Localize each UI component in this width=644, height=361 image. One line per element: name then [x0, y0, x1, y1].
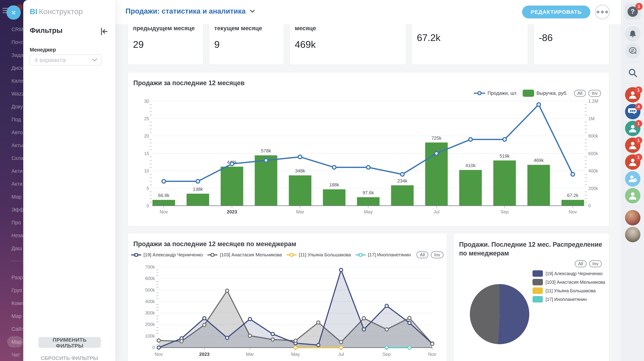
legend-pill-all[interactable]: All	[416, 251, 428, 258]
sales-point[interactable]	[434, 152, 438, 155]
user-photo-avatar[interactable]	[625, 210, 640, 225]
sidebar-item-Акти[interactable]: Акти	[0, 165, 23, 177]
more-options-icon[interactable]	[595, 5, 610, 19]
rail-item-avatar-person[interactable]: 1	[625, 87, 640, 102]
manager-point[interactable]	[408, 321, 411, 325]
rail-item-search[interactable]	[625, 65, 640, 80]
manager-point[interactable]	[180, 340, 183, 343]
sidebar-item-Груп[interactable]: Груп	[0, 284, 23, 297]
sales-point[interactable]	[332, 166, 336, 169]
sidebar-item-Сайт[interactable]: Сайт	[0, 323, 23, 336]
legend-pill-inv[interactable]: Inv	[431, 251, 444, 258]
manager-point[interactable]	[362, 317, 366, 320]
revenue-bar[interactable]	[528, 165, 550, 206]
sidebar-item-Под[interactable]: Под	[0, 113, 23, 126]
revenue-bar[interactable]	[289, 175, 312, 206]
sidebar-item-Эфф[interactable]: Эфф	[0, 203, 23, 216]
sidebar-item-Мар[interactable]: Мар	[0, 310, 23, 323]
manager-point[interactable]	[385, 304, 388, 308]
sidebar-item-Скла[interactable]: Скла	[0, 152, 23, 165]
sidebar-item-Wazz[interactable]: Wazz	[0, 87, 23, 100]
revenue-bar[interactable]	[493, 160, 516, 206]
sidebar-item-CRM[interactable]: CRM	[0, 23, 23, 36]
sidebar-item-Зада[interactable]: Зада	[0, 49, 23, 61]
sidebar-item-Акти[interactable]: Акти	[0, 177, 23, 190]
sales-point[interactable]	[162, 180, 166, 183]
legend-item-manager[interactable]: [17] Инопланетянин	[356, 252, 411, 258]
rail-item-photo-woman[interactable]	[625, 210, 640, 225]
pie-slice[interactable]	[498, 284, 529, 344]
legend-item-manager[interactable]: [19] Александр Черниченко	[131, 252, 203, 258]
sidebar-item-Кале[interactable]: Кале	[0, 74, 23, 87]
rail-item-help[interactable]: ?1	[625, 3, 641, 20]
manager-point[interactable]	[271, 338, 274, 341]
sidebar-item-Чат[interactable]: Чат	[0, 348, 23, 361]
sales-point[interactable]	[503, 138, 506, 141]
revenue-bar[interactable]	[186, 194, 209, 206]
sidebar-item-Почт[interactable]: Почт	[0, 36, 23, 49]
manager-point[interactable]	[248, 334, 252, 337]
manager-point[interactable]	[271, 332, 274, 336]
legend-item-manager[interactable]: [11] Ульяна Большакова	[286, 252, 351, 258]
dashboard-title-dropdown[interactable]: Продажи: статистика и аналитика	[126, 7, 255, 15]
apply-filters-button[interactable]: ПРИМЕНИТЬ ФИЛЬТРЫ	[38, 337, 101, 348]
manager-point[interactable]	[340, 268, 343, 272]
sidebar-item-Неза[interactable]: Неза	[0, 229, 23, 242]
manager-point[interactable]	[385, 328, 388, 331]
sales-point[interactable]	[366, 166, 370, 169]
sidebar-item-Мар[interactable]: Мар	[7, 336, 23, 348]
rail-item-avatar-clock[interactable]	[625, 171, 640, 187]
pie-slice[interactable]	[470, 284, 500, 344]
revenue-bar[interactable]	[221, 167, 243, 206]
manager-point[interactable]	[203, 317, 206, 320]
revenue-bar[interactable]	[459, 170, 482, 206]
sidebar-item-Авто[interactable]: Авто	[0, 126, 23, 139]
app-logo[interactable]: BIКонструктор	[30, 7, 83, 16]
manager-point[interactable]	[203, 323, 206, 327]
revenue-bar[interactable]	[152, 200, 175, 206]
sidebar-item-Разр[interactable]: Разр	[0, 271, 23, 284]
chat-history-icon[interactable]	[625, 43, 640, 58]
sidebar-item-Акты[interactable]: Акты	[0, 139, 23, 152]
manager-point[interactable]	[340, 341, 343, 344]
sales-point[interactable]	[230, 162, 234, 166]
search-icon[interactable]	[625, 65, 640, 80]
pie-chart[interactable]	[454, 233, 609, 361]
legend-item-sales[interactable]: Продажи, шт.	[474, 90, 517, 96]
revenue-bar[interactable]	[357, 197, 380, 206]
revenue-bar[interactable]	[391, 185, 414, 206]
manager-point[interactable]	[157, 339, 160, 342]
sales-point[interactable]	[264, 159, 268, 162]
sales-point[interactable]	[469, 138, 472, 141]
revenue-bar[interactable]	[255, 155, 277, 206]
sidebar-item-Даш[interactable]: Даш	[0, 242, 23, 255]
legend-item-manager[interactable]: [103] Анастасия Мельникова	[208, 252, 282, 258]
rail-item-photo-man[interactable]	[625, 227, 640, 242]
manager-point[interactable]	[408, 316, 411, 320]
manager-point[interactable]	[248, 318, 252, 321]
sidebar-item-Про[interactable]: Про	[0, 216, 23, 229]
rail-item-bell[interactable]	[625, 26, 640, 42]
sales-point[interactable]	[571, 173, 574, 176]
manager-point[interactable]	[226, 289, 229, 292]
manager-point[interactable]	[362, 328, 366, 331]
manager-point[interactable]	[317, 344, 320, 347]
area-chart[interactable]: 0100k200k300k400k500k600k700kNov2023MarM…	[128, 264, 447, 361]
close-icon[interactable]: ×	[6, 5, 21, 20]
user-clock-icon[interactable]	[625, 171, 640, 187]
rail-item-chat-history[interactable]	[625, 43, 640, 58]
sidebar-item-Мар[interactable]: Мар	[0, 190, 23, 203]
sidebar-item-Диск[interactable]: Диск	[0, 61, 23, 74]
manager-point[interactable]	[294, 339, 297, 342]
sales-point[interactable]	[196, 180, 200, 183]
sales-point[interactable]	[400, 173, 404, 176]
rail-item-group-chat[interactable]: 4	[625, 104, 640, 119]
user-photo-avatar[interactable]	[625, 227, 640, 242]
sidebar-item-Комп[interactable]: Комп	[0, 297, 23, 310]
manager-point[interactable]	[226, 336, 229, 339]
sales-point[interactable]	[298, 155, 302, 159]
rail-item-avatar-person[interactable]: 1	[625, 138, 640, 153]
edit-button[interactable]: РЕДАКТИРОВАТЬ	[522, 5, 590, 18]
sidebar-item-Доку[interactable]: Доку	[0, 100, 23, 113]
bar-line-chart[interactable]: 0510152025300200k400k600k800k1M1.2M66.8k…	[128, 96, 609, 221]
